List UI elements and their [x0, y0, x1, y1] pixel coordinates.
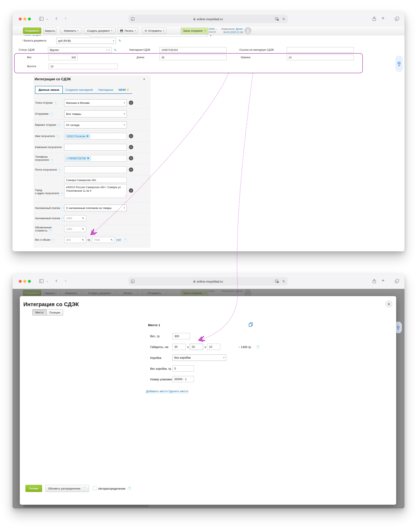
sidebar-icon[interactable] [39, 279, 43, 284]
height-input[interactable]: 20 [49, 64, 117, 69]
help-icon[interactable]: ? [57, 124, 61, 127]
length-input[interactable]: 35 [159, 55, 227, 60]
cdek-invoice-input[interactable]: 10087192332 [159, 47, 227, 53]
sidebar-icon[interactable] [39, 17, 43, 21]
cdek-link-input[interactable] [287, 47, 354, 53]
company-input[interactable] [64, 144, 127, 151]
extension-pill[interactable] [395, 56, 403, 72]
dimension-height-input[interactable]: 10 [207, 344, 220, 350]
chip-remove-icon[interactable]: ✖ [86, 135, 89, 138]
share-icon[interactable] [372, 279, 376, 284]
zoom-window-button[interactable] [28, 280, 31, 283]
duplicate-place-icon[interactable] [249, 323, 253, 328]
resize-handle-icon[interactable] [125, 194, 126, 197]
avatar[interactable] [244, 27, 251, 34]
phones-input[interactable]: +79099726756✖ [64, 155, 127, 162]
reload-icon[interactable]: ↻ [282, 277, 285, 285]
expand-circle-icon[interactable]: ▾ [129, 167, 133, 172]
pencil-icon[interactable]: ✎ [82, 217, 84, 220]
minimize-window-button[interactable] [23, 280, 26, 283]
help-icon[interactable]: ? [83, 487, 86, 490]
cdek-status-select[interactable]: Вручен × ▾ [48, 47, 111, 53]
zoom-window-button[interactable] [28, 18, 31, 21]
edit-pencil-icon[interactable]: ✎ [114, 48, 116, 52]
minimize-window-button[interactable] [23, 18, 26, 21]
reload-icon[interactable]: ↻ [282, 15, 285, 23]
expand-circle-icon[interactable]: ▾ [129, 188, 133, 193]
help-icon[interactable]: ? [60, 192, 63, 196]
tab-places[interactable]: Места [32, 309, 46, 315]
currency-select[interactable]: руб (RUB)▾ [56, 38, 116, 44]
send-button[interactable]: ✉ Отправить▾ [142, 28, 166, 34]
tab-overview-icon[interactable] [395, 279, 399, 284]
declared-value-input[interactable]: 1000✎ [64, 226, 86, 232]
print-button[interactable]: Печать▾ [118, 28, 138, 34]
tab-invoice-creation[interactable]: Создание накладной [63, 86, 95, 94]
help-icon[interactable]: ? [56, 135, 59, 139]
expand-circle-icon[interactable]: ▾ [129, 145, 133, 149]
place-weight-input[interactable]: 300 [172, 333, 190, 339]
close-button[interactable]: Закрыть [43, 28, 56, 34]
back-button[interactable]: ‹ [55, 16, 57, 20]
phone-chip[interactable]: +79099726756✖ [65, 156, 91, 161]
tab-new[interactable]: NEW!⚡ [116, 86, 132, 94]
auto-distribution-checkbox[interactable] [93, 487, 96, 490]
add-place-link[interactable]: Добавить место [146, 390, 168, 393]
help-icon[interactable]: ? [58, 169, 62, 172]
ship-select[interactable]: Все товары▾ [64, 110, 127, 117]
email-input[interactable] [64, 167, 127, 173]
sidebar-chevron-icon[interactable]: ⌄ [46, 16, 49, 21]
help-icon[interactable]: ? [256, 345, 260, 349]
close-window-button[interactable] [19, 18, 22, 21]
share-icon[interactable] [372, 16, 376, 22]
address-bar[interactable]: online.moysklad.ru Ax ↻ [128, 15, 288, 23]
translate-icon[interactable]: Ax [275, 277, 279, 285]
help-icon[interactable]: ? [53, 102, 57, 105]
help-icon[interactable]: ? [128, 487, 131, 490]
create-document-button[interactable]: Создать документ▾ [84, 28, 115, 34]
chip-remove-icon[interactable]: ✖ [87, 157, 89, 160]
forward-button[interactable]: › [65, 16, 66, 20]
address-textarea[interactable]: 443010 Россия Самарская обл г Самара ул … [64, 184, 127, 198]
tab-overview-icon[interactable] [395, 17, 399, 21]
reader-view-icon[interactable] [131, 15, 135, 23]
pencil-icon[interactable]: ✎ [111, 238, 113, 241]
help-icon[interactable]: ? [51, 239, 55, 242]
box-select[interactable]: Без коробки▾ [172, 355, 226, 361]
expand-circle-icon[interactable]: ▾ [129, 134, 133, 138]
expand-circle-icon[interactable]: ▾ [129, 156, 133, 160]
width-input[interactable]: 10 [287, 55, 354, 60]
back-button[interactable]: ‹ [55, 278, 57, 282]
city-input[interactable]: Самара Самарская обл. [64, 177, 127, 183]
variant-select[interactable]: От склада▾ [64, 121, 127, 128]
recipient-name-input[interactable]: ООО Потапов✖ [64, 133, 127, 139]
translate-icon[interactable]: Ax [275, 15, 279, 23]
changes-user-link[interactable]: Денис [236, 28, 243, 31]
package-number-input[interactable]: 00006 - 1 [172, 376, 194, 382]
weight-volume-volume-input[interactable]: 7000✎ [92, 237, 115, 243]
forward-button[interactable]: › [65, 278, 66, 282]
tab-positions[interactable]: Позиции [46, 309, 63, 315]
new-tab-icon[interactable]: + [382, 278, 385, 282]
dimension-width-input[interactable]: 20 [190, 344, 203, 350]
collapse-caret-icon[interactable]: ▾ [144, 78, 145, 81]
pencil-icon[interactable]: ✎ [82, 238, 84, 241]
remove-place-link[interactable]: Удалить место [168, 390, 188, 393]
volume-unit-link[interactable]: см3 [116, 238, 121, 242]
edit-button[interactable]: Изменить▾ [61, 28, 82, 34]
expand-circle-icon[interactable]: ▾ [129, 101, 133, 105]
edit-pencil-icon[interactable]: ✎ [118, 39, 121, 43]
box-weight-input[interactable]: 0 [172, 365, 194, 372]
done-button[interactable]: Готово [25, 485, 42, 492]
cod-amount-input[interactable]: 1000✎ [64, 215, 86, 221]
help-icon[interactable]: ? [49, 113, 53, 116]
modal-close-button[interactable]: ✕ [385, 300, 393, 308]
address-bar[interactable]: online.moysklad.ru Ax ↻ [128, 277, 288, 285]
help-icon[interactable]: ? [50, 159, 53, 162]
clear-icon[interactable]: × [106, 49, 107, 52]
update-distribution-button[interactable]: Обновить распределение? [45, 485, 89, 492]
weight-input[interactable]: 300 [49, 55, 78, 60]
close-window-button[interactable] [19, 280, 22, 283]
shipping-point-select[interactable]: Магазин в Москве▾ [64, 99, 127, 106]
sales-channel-input[interactable] [90, 35, 208, 37]
